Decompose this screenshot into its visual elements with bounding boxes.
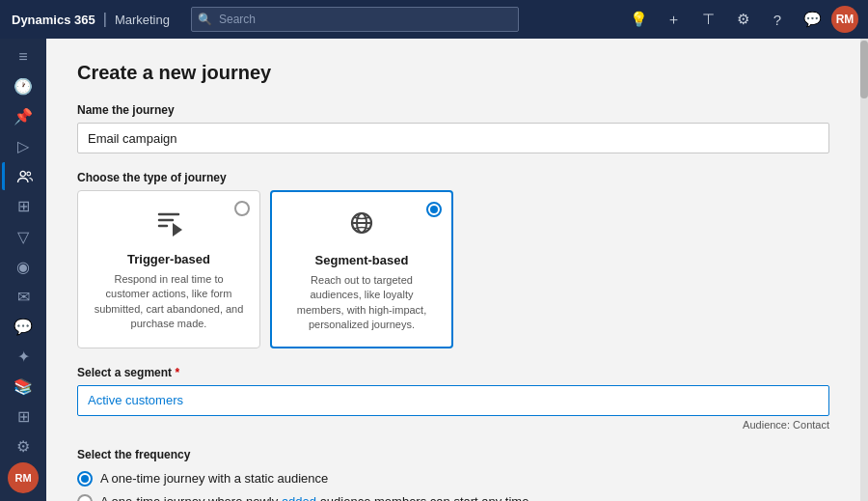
brand-separator: | (103, 11, 107, 28)
journey-name-input[interactable] (77, 123, 829, 153)
highlight-added: added (282, 494, 316, 501)
filter-icon[interactable]: ⊤ (692, 4, 723, 35)
sidebar-item-chat2[interactable]: 💬 (2, 313, 44, 341)
trigger-card-title: Trigger-based (92, 252, 246, 266)
sidebar-item-globe[interactable]: ◉ (2, 253, 44, 281)
scroll-area: Create a new journey Name the journey Ch… (46, 39, 860, 501)
brand-area: Dynamics 365 | Marketing (0, 11, 181, 28)
segment-audience: Audience: Contact (77, 419, 829, 431)
frequency-option-open[interactable]: A one-time journey where newly added aud… (77, 494, 829, 501)
journey-card-trigger[interactable]: Trigger-based Respond in real time to cu… (77, 190, 260, 348)
sidebar-item-pinned[interactable]: 📌 (2, 102, 44, 130)
lightbulb-icon[interactable]: 💡 (623, 4, 654, 35)
journey-card-radio-trigger (234, 201, 250, 216)
segment-card-desc: Reach out to targeted audiences, like lo… (285, 273, 438, 333)
content-area: Create a new journey Name the journey Ch… (46, 39, 868, 501)
right-scrollbar[interactable] (860, 39, 868, 501)
journey-type-cards: Trigger-based Respond in real time to cu… (77, 190, 829, 348)
segment-input-wrap (77, 385, 829, 416)
journey-card-radio-segment (426, 202, 442, 217)
radio-open (77, 494, 93, 501)
name-journey-label: Name the journey (77, 103, 829, 117)
search-input[interactable] (191, 7, 519, 32)
user-avatar[interactable]: RM (831, 6, 858, 33)
trigger-icon (92, 205, 246, 246)
top-navigation: Dynamics 365 | Marketing 🔍 💡 ＋ ⊤ ⚙ ? 💬 R… (0, 0, 868, 39)
select-segment-section: Select a segment * Audience: Contact (77, 366, 829, 431)
sidebar-avatar[interactable]: RM (8, 462, 39, 493)
segment-icon (285, 206, 438, 247)
topnav-icons-area: 💡 ＋ ⊤ ⚙ ? 💬 RM (623, 4, 868, 35)
sidebar-item-star[interactable]: ✦ (2, 343, 44, 371)
trigger-card-desc: Respond in real time to customer actions… (92, 272, 246, 332)
journey-type-section: Choose the type of journey (77, 171, 829, 348)
sidebar-bottom: RM (8, 462, 39, 493)
sidebar-item-library[interactable]: 📚 (2, 373, 44, 401)
sidebar-item-grid[interactable]: ⊞ (2, 192, 44, 220)
sidebar-item-grid2[interactable]: ⊞ (2, 403, 44, 431)
search-bar: 🔍 (191, 7, 519, 32)
main-layout: ≡ 🕐 📌 ▷ ⊞ ▽ ◉ ✉ 💬 ✦ 📚 ⊞ ⚙ RM Create a ne… (0, 39, 868, 501)
radio-static (77, 471, 93, 487)
sidebar-item-contacts[interactable] (2, 162, 44, 190)
page-title: Create a new journey (77, 62, 829, 84)
svg-point-1 (26, 172, 30, 176)
select-segment-label: Select a segment * (77, 366, 829, 379)
search-icon: 🔍 (198, 13, 212, 26)
journey-card-segment[interactable]: Segment-based Reach out to targeted audi… (270, 190, 453, 348)
name-journey-section: Name the journey (77, 103, 829, 153)
settings-icon[interactable]: ⚙ (727, 4, 758, 35)
brand-name: Dynamics 365 (12, 13, 95, 27)
segment-input[interactable] (77, 385, 829, 416)
sidebar-item-filter2[interactable]: ▽ (2, 222, 44, 250)
sidebar-item-email[interactable]: ✉ (2, 283, 44, 311)
scrollbar-thumb (860, 41, 868, 98)
sidebar-item-recent[interactable]: 🕐 (2, 72, 44, 100)
brand-module: Marketing (115, 13, 170, 27)
frequency-open-label: A one-time journey where newly added aud… (100, 494, 529, 501)
frequency-section: Select the frequency A one-time journey … (77, 448, 829, 501)
add-icon[interactable]: ＋ (658, 4, 689, 35)
frequency-static-label: A one-time journey with a static audienc… (100, 471, 328, 486)
contacts-icon (16, 168, 34, 185)
svg-point-0 (20, 171, 25, 176)
frequency-label: Select the frequency (77, 448, 829, 461)
svg-marker-2 (173, 223, 182, 237)
chat-icon[interactable]: 💬 (797, 4, 827, 35)
journey-type-label: Choose the type of journey (77, 171, 829, 184)
sidebar: ≡ 🕐 📌 ▷ ⊞ ▽ ◉ ✉ 💬 ✦ 📚 ⊞ ⚙ RM (0, 39, 46, 501)
help-icon[interactable]: ? (762, 4, 793, 35)
sidebar-item-play[interactable]: ▷ (2, 132, 44, 160)
segment-card-title: Segment-based (285, 253, 438, 267)
sidebar-item-settings2[interactable]: ⚙ (2, 432, 44, 460)
required-star: * (175, 366, 179, 379)
sidebar-item-hamburger[interactable]: ≡ (2, 42, 44, 70)
frequency-option-static[interactable]: A one-time journey with a static audienc… (77, 471, 829, 487)
